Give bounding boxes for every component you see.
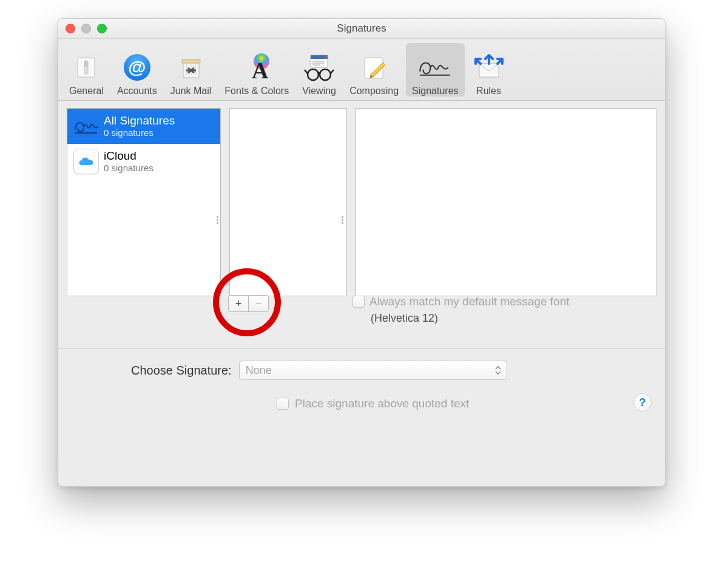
place-above-label: Place signature above quoted text	[295, 397, 469, 410]
tab-label: Signatures	[412, 86, 459, 97]
tab-label: Accounts	[117, 86, 157, 97]
choose-signature-popup[interactable]: None	[239, 361, 507, 380]
glasses-icon	[302, 50, 336, 84]
chevron-up-down-icon	[493, 364, 503, 377]
tab-label: Fonts & Colors	[224, 86, 289, 97]
match-font-label: Always match my default message font	[369, 295, 569, 308]
tab-viewing[interactable]: Viewing	[296, 43, 342, 97]
remove-signature-button[interactable]: −	[248, 295, 269, 312]
switch-icon	[69, 50, 103, 84]
titlebar: Signatures	[58, 19, 665, 39]
signature-editor[interactable]	[356, 108, 656, 296]
preferences-window: Signatures General	[58, 18, 666, 487]
tab-general[interactable]: General	[63, 43, 110, 97]
tab-junk-mail[interactable]: Junk Mail	[164, 43, 218, 97]
preferences-toolbar: General @ Accounts	[58, 39, 665, 101]
svg-rect-14	[324, 56, 327, 58]
resize-handle[interactable]	[215, 214, 220, 226]
tab-label: Rules	[476, 86, 501, 97]
match-font-row: Always match my default message font (He…	[352, 295, 569, 325]
minimize-button[interactable]	[81, 24, 91, 33]
tab-label: Viewing	[302, 86, 336, 97]
svg-rect-2	[84, 61, 88, 67]
svg-text:A: A	[252, 58, 269, 83]
at-sign-icon: @	[120, 50, 154, 84]
accounts-list[interactable]: All Signatures 0 signatures	[67, 108, 221, 296]
match-font-value: (Helvetica 12)	[371, 312, 569, 325]
account-icloud[interactable]: iCloud 0 signatures	[67, 144, 220, 179]
account-title: iCloud	[104, 149, 153, 163]
place-above-row: Place signature above quoted text	[277, 397, 469, 410]
choose-signature-value: None	[246, 364, 272, 377]
window-title: Signatures	[58, 22, 665, 35]
svg-rect-6	[182, 59, 200, 63]
icloud-icon	[73, 149, 99, 174]
tab-accounts[interactable]: @ Accounts	[111, 43, 163, 97]
tab-label: Composing	[349, 86, 399, 97]
tab-signatures[interactable]: Signatures	[406, 43, 465, 97]
account-all-signatures[interactable]: All Signatures 0 signatures	[67, 109, 220, 144]
zoom-button[interactable]	[97, 24, 107, 33]
tab-label: General	[69, 86, 104, 97]
match-font-checkbox	[352, 296, 365, 308]
place-above-checkbox	[277, 398, 289, 410]
signatures-list[interactable]	[229, 108, 347, 296]
add-remove-control: + −	[228, 295, 269, 312]
rules-icon	[472, 50, 506, 84]
window-controls	[66, 24, 107, 33]
signature-icon	[73, 114, 99, 139]
help-button[interactable]: ?	[633, 393, 652, 412]
account-subtitle: 0 signatures	[104, 163, 153, 174]
close-button[interactable]	[66, 24, 75, 33]
account-subtitle: 0 signatures	[104, 127, 175, 138]
tab-label: Junk Mail	[170, 86, 212, 97]
compose-icon	[357, 50, 391, 84]
choose-signature-label: Choose Signature:	[131, 364, 232, 378]
tab-composing[interactable]: Composing	[343, 43, 405, 97]
fonts-icon: A	[240, 50, 274, 84]
trash-icon	[174, 50, 208, 84]
tab-fonts-colors[interactable]: A Fonts & Colors	[218, 43, 295, 97]
svg-text:@: @	[128, 57, 146, 77]
content-area: All Signatures 0 signatures	[58, 101, 665, 296]
account-title: All Signatures	[104, 114, 175, 127]
add-signature-button[interactable]: +	[228, 295, 249, 312]
tab-rules[interactable]: Rules	[466, 43, 512, 97]
signature-icon	[418, 50, 452, 84]
divider	[58, 348, 665, 349]
svg-point-19	[320, 69, 331, 80]
svg-point-18	[308, 69, 318, 80]
resize-handle[interactable]	[340, 214, 345, 226]
